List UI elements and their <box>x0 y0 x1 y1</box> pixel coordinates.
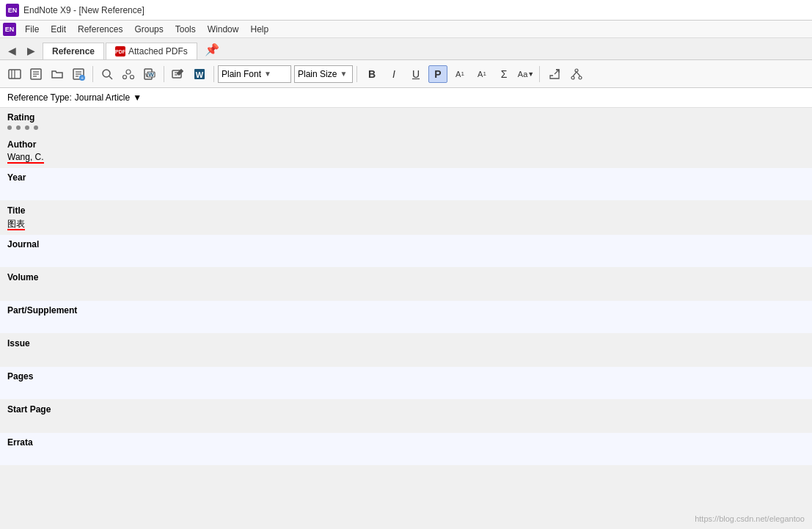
field-journal: Journal <box>0 235 812 268</box>
field-volume: Volume <box>0 268 812 301</box>
field-label-issue: Issue <box>7 338 805 349</box>
insert-field-btn[interactable] <box>4 65 25 84</box>
field-value-author[interactable]: Wang, C. <box>7 151 805 164</box>
plain-btn[interactable]: P <box>428 65 447 83</box>
groups-btn[interactable] <box>118 65 139 84</box>
dot-2[interactable] <box>16 125 21 130</box>
tree-btn[interactable] <box>567 65 586 83</box>
field-label-title: Title <box>7 205 805 216</box>
dot-1[interactable] <box>7 125 12 130</box>
font-dropdown-arrow: ▼ <box>264 70 271 78</box>
field-label-year: Year <box>7 172 805 183</box>
title-text: 图表 <box>7 219 25 230</box>
field-start-page: Start Page <box>0 400 812 433</box>
title-bar: EN EndNote X9 - [New Reference] <box>0 0 812 21</box>
italic-btn[interactable]: I <box>384 65 403 83</box>
svg-point-13 <box>103 70 110 77</box>
open-link-btn[interactable] <box>545 65 564 83</box>
svg-point-30 <box>571 76 574 79</box>
word-btn[interactable]: W <box>189 65 210 84</box>
field-value-year[interactable] <box>7 184 805 197</box>
edit-field-btn[interactable] <box>168 65 189 84</box>
ref-type-value: Journal Article <box>75 92 130 103</box>
font-dropdown[interactable]: Plain Font ▼ <box>218 65 291 83</box>
menu-edit[interactable]: Edit <box>45 23 72 36</box>
field-value-title[interactable]: 图表 <box>7 217 805 231</box>
menu-file[interactable]: File <box>19 23 45 36</box>
bold-btn[interactable]: B <box>362 65 381 83</box>
tab-attached-pdfs[interactable]: PDF Attached PDFs <box>106 43 197 59</box>
field-value-start-page[interactable] <box>7 416 805 429</box>
svg-line-14 <box>109 76 112 79</box>
tab-bar: ◀ ▶ Reference PDF Attached PDFs 📌 <box>0 38 812 60</box>
field-label-start-page: Start Page <box>7 404 805 415</box>
svg-text:W: W <box>148 71 154 78</box>
title-text: EndNote X9 - [New Reference] <box>23 5 145 15</box>
field-value-errata[interactable] <box>7 449 805 462</box>
field-errata: Errata <box>0 433 812 466</box>
menu-tools[interactable]: Tools <box>169 23 202 36</box>
subscript-btn[interactable]: A1 <box>472 65 491 83</box>
svg-point-17 <box>131 75 134 79</box>
rating-dots[interactable] <box>7 124 805 131</box>
tab-reference[interactable]: Reference <box>43 43 104 59</box>
svg-text:W: W <box>196 70 204 79</box>
author-text: Wang, C. <box>7 152 44 164</box>
field-label-rating: Rating <box>7 112 805 123</box>
open-btn[interactable] <box>47 65 67 84</box>
search-tools: WW <box>97 65 160 84</box>
pdf-icon: PDF <box>115 46 125 56</box>
edit-tools: W <box>168 65 210 84</box>
field-year: Year <box>0 168 812 201</box>
svg-point-29 <box>575 69 578 72</box>
separator-5 <box>539 66 540 82</box>
svg-point-31 <box>579 76 582 79</box>
edit-btn[interactable] <box>26 65 46 84</box>
size-dropdown[interactable]: Plain Size ▼ <box>294 65 353 83</box>
field-label-pages: Pages <box>7 371 805 382</box>
change-case-btn[interactable]: Aa▼ <box>516 65 535 83</box>
size-label: Plain Size <box>298 69 337 79</box>
menu-groups[interactable]: Groups <box>128 23 169 36</box>
svg-text:+: + <box>81 76 84 81</box>
field-value-journal[interactable] <box>7 251 805 264</box>
menu-help[interactable]: Help <box>244 23 274 36</box>
field-value-pages[interactable] <box>7 383 805 396</box>
separator-1 <box>92 66 93 82</box>
dot-3[interactable] <box>25 125 29 130</box>
menu-window[interactable]: Window <box>202 23 245 36</box>
field-issue: Issue <box>0 334 812 367</box>
field-label-journal: Journal <box>7 239 805 249</box>
size-dropdown-arrow: ▼ <box>340 70 347 78</box>
separator-3 <box>213 66 214 82</box>
superscript-btn[interactable]: A1 <box>450 65 469 83</box>
insert-tools: + <box>4 65 89 84</box>
svg-point-15 <box>126 70 131 74</box>
new-ref-btn[interactable]: + <box>68 65 89 84</box>
forward-arrow[interactable]: ▶ <box>22 42 40 59</box>
back-arrow[interactable]: ◀ <box>3 42 21 59</box>
svg-point-16 <box>123 75 127 79</box>
menu-app-icon: EN <box>3 23 16 36</box>
font-label: Plain Font <box>222 69 261 79</box>
symbol-btn[interactable]: Σ <box>494 65 513 83</box>
ref-type-dropdown[interactable]: ▼ <box>133 92 142 103</box>
menu-references[interactable]: References <box>72 23 128 36</box>
field-value-issue[interactable] <box>7 350 805 363</box>
menu-bar: EN File Edit References Groups Tools Win… <box>0 21 812 38</box>
paperclip-tab[interactable]: 📌 <box>199 40 225 59</box>
field-part-supplement: Part/Supplement <box>0 301 812 334</box>
search-btn[interactable] <box>97 65 117 84</box>
app-icon: EN <box>6 4 19 17</box>
dot-4[interactable] <box>34 125 38 130</box>
import-btn[interactable]: WW <box>139 65 160 84</box>
field-pages: Pages <box>0 367 812 400</box>
field-value-volume[interactable] <box>7 284 805 297</box>
field-title: Title 图表 <box>0 201 812 235</box>
toolbar: + WW W Plain Font ▼ Plain Size ▼ B I U P… <box>0 60 812 88</box>
field-rating: Rating <box>0 108 812 135</box>
svg-line-33 <box>577 72 580 76</box>
underline-btn[interactable]: U <box>406 65 425 83</box>
field-value-part-supplement[interactable] <box>7 317 805 330</box>
ref-type-bar: Reference Type: Journal Article ▼ <box>0 88 812 108</box>
